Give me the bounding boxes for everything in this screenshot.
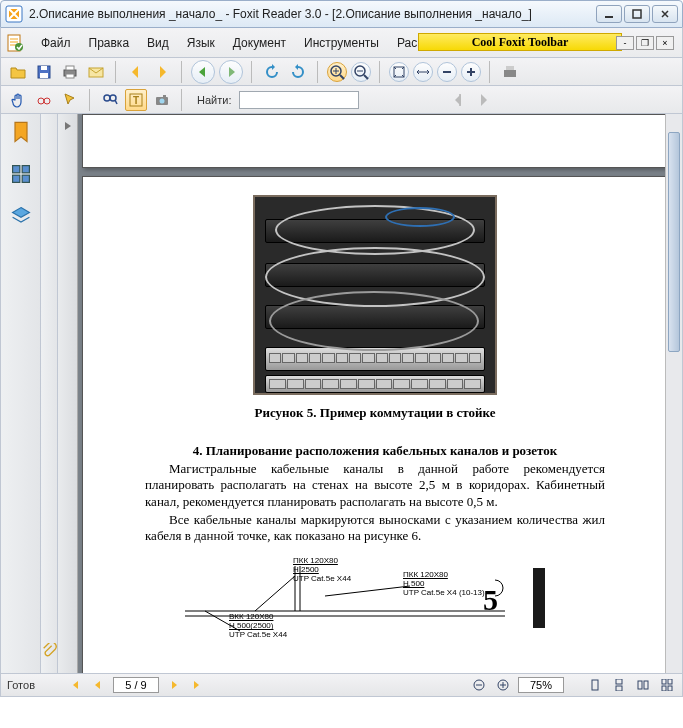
window-title: 2.Описание выполнения _начало_ - Foxit R… <box>29 7 596 21</box>
dl-c2: UTP Cat.5e X44 <box>229 630 287 639</box>
zoom-minus-button[interactable] <box>437 62 457 82</box>
svg-rect-18 <box>504 70 516 77</box>
svg-rect-33 <box>12 175 19 182</box>
figure-photo <box>253 195 497 395</box>
main-toolbar <box>0 58 683 86</box>
rotate-cw-button[interactable] <box>287 61 309 83</box>
svg-rect-49 <box>616 686 622 691</box>
typewriter-button[interactable] <box>499 61 521 83</box>
svg-point-20 <box>38 98 44 104</box>
find-next-button[interactable] <box>473 89 495 111</box>
svg-rect-19 <box>506 66 514 70</box>
gutter <box>58 114 78 673</box>
menu-document[interactable]: Документ <box>225 32 294 54</box>
mdi-restore-button[interactable]: ❐ <box>636 36 654 50</box>
first-page-button[interactable] <box>65 677 83 693</box>
gutter-arrow-icon[interactable] <box>62 120 74 132</box>
zoom-level-input[interactable] <box>518 677 564 693</box>
cool-foxit-toolbar[interactable]: Cool Foxit Toolbar <box>418 33 622 51</box>
status-zoom-out-button[interactable] <box>470 677 488 693</box>
back-button[interactable] <box>191 60 215 84</box>
svg-line-41 <box>325 586 410 596</box>
svg-rect-52 <box>662 679 666 684</box>
last-page-button[interactable] <box>189 677 207 693</box>
figure-caption: Рисунок 5. Пример коммутации в стойке <box>145 405 605 421</box>
svg-line-25 <box>115 100 117 104</box>
menu-file[interactable]: Файл <box>33 32 79 54</box>
menu-language[interactable]: Язык <box>179 32 223 54</box>
glasses-button[interactable] <box>33 89 55 111</box>
forward-button[interactable] <box>219 60 243 84</box>
title-bar: 2.Описание выполнения _начало_ - Foxit R… <box>0 0 683 28</box>
pages-panel-button[interactable] <box>9 162 33 186</box>
find-prev-button[interactable] <box>447 89 469 111</box>
mdi-minimize-button[interactable]: - <box>616 36 634 50</box>
open-button[interactable] <box>7 61 29 83</box>
facing-button[interactable] <box>634 677 652 693</box>
snapshot-button[interactable] <box>151 89 173 111</box>
minimize-button[interactable] <box>596 5 622 23</box>
svg-rect-50 <box>638 681 642 689</box>
menu-tools[interactable]: Инструменты <box>296 32 387 54</box>
figure-diagram: 5 ПКК 120X80 Н 2500 UTP Cat.5e X44 ВКК 1… <box>145 556 605 636</box>
print-button[interactable] <box>59 61 81 83</box>
single-page-button[interactable] <box>586 677 604 693</box>
select-tool-button[interactable] <box>59 89 81 111</box>
zoom-plus-button[interactable] <box>461 62 481 82</box>
save-button[interactable] <box>33 61 55 83</box>
fit-page-button[interactable] <box>389 62 409 82</box>
status-next-page-button[interactable] <box>165 677 183 693</box>
select-text-button[interactable]: T <box>125 89 147 111</box>
find-tool-button[interactable] <box>99 89 121 111</box>
zoom-out-button[interactable] <box>351 62 371 82</box>
document-icon <box>5 33 25 53</box>
svg-point-23 <box>104 95 110 101</box>
svg-rect-47 <box>592 680 598 690</box>
prev-page-button[interactable] <box>125 61 147 83</box>
dl-g: UTP Cat.5e X4 (10-13) <box>403 588 485 597</box>
menu-edit[interactable]: Правка <box>81 32 138 54</box>
svg-rect-48 <box>616 679 622 684</box>
svg-point-29 <box>160 98 165 103</box>
find-input[interactable] <box>239 91 359 109</box>
close-button[interactable] <box>652 5 678 23</box>
dl-a: ПКК 120X80 <box>293 556 351 565</box>
zoom-in-button[interactable] <box>327 62 347 82</box>
hand-tool-button[interactable] <box>7 89 29 111</box>
work-area: Рисунок 5. Пример коммутации в стойке 4.… <box>0 114 683 674</box>
dl-b: Н 2500 <box>293 565 351 574</box>
page-number-input[interactable] <box>113 677 159 693</box>
svg-point-21 <box>44 98 50 104</box>
dl-d: ВКК 120X80 <box>229 612 287 621</box>
status-zoom-in-button[interactable] <box>494 677 512 693</box>
mdi-close-button[interactable]: × <box>656 36 674 50</box>
menu-view[interactable]: Вид <box>139 32 177 54</box>
status-prev-page-button[interactable] <box>89 677 107 693</box>
svg-rect-6 <box>41 66 47 70</box>
email-button[interactable] <box>85 61 107 83</box>
paragraph-1: Магистральные кабельные каналы в данной … <box>145 461 605 510</box>
next-page-button[interactable] <box>151 61 173 83</box>
attachments-button[interactable] <box>41 639 57 663</box>
nav-sidebar <box>1 114 41 673</box>
bookmarks-panel-button[interactable] <box>9 120 33 144</box>
dl-a2: ПКК 120X80 <box>403 570 485 579</box>
status-ready: Готов <box>7 679 59 691</box>
svg-line-39 <box>255 576 295 611</box>
svg-rect-54 <box>662 686 666 691</box>
find-label: Найти: <box>197 94 231 106</box>
svg-rect-30 <box>163 95 166 97</box>
svg-rect-2 <box>633 10 641 18</box>
svg-line-13 <box>340 75 344 79</box>
maximize-button[interactable] <box>624 5 650 23</box>
rotate-ccw-button[interactable] <box>261 61 283 83</box>
vertical-scrollbar[interactable] <box>665 114 682 673</box>
status-bar: Готов <box>0 674 683 697</box>
tools-toolbar: T Найти: <box>0 86 683 114</box>
continuous-button[interactable] <box>610 677 628 693</box>
layers-panel-button[interactable] <box>9 204 33 228</box>
continuous-facing-button[interactable] <box>658 677 676 693</box>
svg-text:5: 5 <box>483 583 498 616</box>
fit-width-button[interactable] <box>413 62 433 82</box>
section-heading: 4. Планирование расположения кабельных к… <box>145 443 605 459</box>
